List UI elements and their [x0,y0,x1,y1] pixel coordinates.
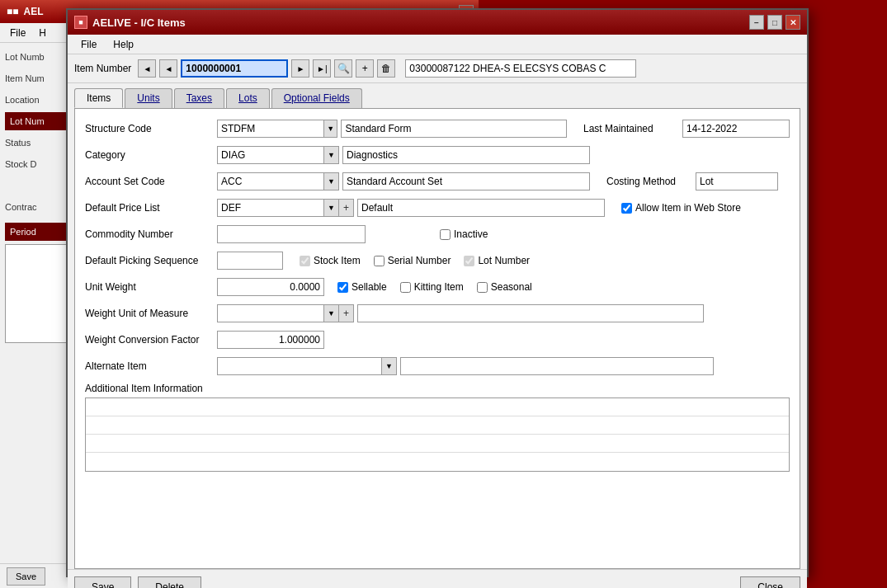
default-picking-sequence-label: Default Picking Sequence [85,255,217,266]
additional-item-info: Additional Item Information [85,383,790,472]
bg-location-label: Location [5,95,71,105]
last-maintained-label: Last Maintained [583,123,682,134]
add-button[interactable]: + [356,59,374,78]
nav-first-button[interactable]: ◄ [138,59,156,78]
commodity-number-row: Commodity Number Inactive [85,224,790,244]
dialog-menubar: File Help [68,35,807,54]
alternate-item-lookup[interactable]: ▼ [382,357,397,375]
main-dialog: ■ AELIVE - I/C Items − □ ✕ File Help Ite… [66,8,809,577]
price-list-lookup[interactable]: ▼ [324,199,339,217]
structure-code-input[interactable] [217,120,324,138]
tab-lots[interactable]: Lots [226,88,270,108]
save-button[interactable]: Save [74,576,131,588]
category-code-input[interactable] [217,146,324,164]
close-button[interactable]: Close [740,576,800,588]
lot-number-checkbox[interactable] [464,256,474,266]
last-maintained-input[interactable] [682,120,790,138]
commodity-number-label: Commodity Number [85,228,217,240]
price-list-desc[interactable] [357,199,605,217]
bg-stockd-label: Stock D [5,159,71,169]
nav-next-button[interactable]: ► [291,59,309,78]
dialog-footer: Save Delete Close [68,569,807,588]
dialog-content: Items Units Taxes Lots Optional Fields S… [68,83,807,588]
additional-line-1[interactable] [86,398,789,416]
price-list-add-button[interactable]: + [339,199,354,217]
tabs-bar: Items Units Taxes Lots Optional Fields [68,83,807,108]
search-button[interactable]: 🔍 [334,59,352,78]
weight-uom-add[interactable]: + [339,304,354,322]
category-lookup[interactable]: ▼ [324,146,339,164]
price-list-code-input[interactable] [217,199,324,217]
kitting-item-label: Kitting Item [414,281,464,293]
weight-conversion-input[interactable] [217,331,324,349]
titlebar-controls: − □ ✕ [749,15,800,30]
minimize-button[interactable]: − [749,15,764,30]
commodity-number-input[interactable] [217,225,366,243]
unit-weight-input[interactable] [217,278,324,296]
tab-taxes[interactable]: Taxes [174,88,224,108]
default-price-list-row: Default Price List ▼ + Allow Item in Web… [85,198,790,218]
form-area: Structure Code ▼ Last Maintained Categor… [74,108,800,569]
alternate-item-desc[interactable] [400,357,714,375]
inactive-checkbox[interactable] [440,229,451,240]
picking-sequence-input[interactable] [217,252,283,270]
tab-units[interactable]: Units [125,88,172,108]
sellable-checkbox[interactable] [337,282,348,293]
category-label: Category [85,149,217,161]
account-set-code-lookup[interactable]: ▼ [324,172,339,191]
bg-status-label: Status [5,138,71,148]
nav-last-button[interactable]: ►| [313,59,331,78]
alternate-item-code[interactable] [217,357,382,375]
footer-left: Save Delete [74,576,201,588]
bg-app-icon: ■■ [7,6,19,17]
seasonal-checkbox[interactable] [477,282,488,293]
titlebar-left: ■ AELIVE - I/C Items [74,16,186,29]
stock-item-checkbox[interactable] [300,256,310,266]
additional-lines-container [85,397,790,472]
serial-number-checkbox[interactable] [374,256,385,266]
dialog-title: AELIVE - I/C Items [92,16,186,29]
maximize-button[interactable]: □ [767,15,782,30]
lot-number-label: Lot Number [478,255,530,266]
weight-uom-row: Weight Unit of Measure ▼ + [85,303,790,323]
weight-uom-label: Weight Unit of Measure [85,308,217,319]
costing-method-label: Costing Method [606,176,689,187]
account-set-desc[interactable] [342,172,590,191]
weight-uom-desc[interactable] [357,304,704,322]
alternate-item-label: Alternate Item [85,360,217,372]
tab-items[interactable]: Items [74,88,123,108]
delete-button[interactable]: 🗑 [377,59,395,78]
category-desc[interactable] [342,146,590,164]
tab-optional-fields[interactable]: Optional Fields [271,88,362,108]
app-icon: ■ [74,16,87,29]
structure-code-label: Structure Code [85,123,217,134]
delete-button[interactable]: Delete [138,576,201,588]
structure-code-desc[interactable] [341,120,567,138]
structure-code-lookup[interactable]: ▼ [324,120,337,138]
additional-line-2[interactable] [86,416,789,435]
account-set-code-input[interactable] [217,172,324,191]
bg-save-button[interactable]: Save [7,567,45,586]
item-desc-input[interactable] [405,59,636,78]
nav-prev-button[interactable]: ◄ [159,59,177,78]
weight-conversion-label: Weight Conversion Factor [85,334,217,346]
item-number-input[interactable] [181,59,288,78]
menu-help[interactable]: Help [105,37,142,52]
additional-line-4[interactable] [86,453,789,471]
additional-line-3[interactable] [86,435,789,453]
allow-web-store-checkbox[interactable] [621,203,632,214]
additional-info-label: Additional Item Information [85,383,790,394]
close-title-button[interactable]: ✕ [786,15,800,30]
bg-menu-h[interactable]: H [32,26,53,40]
weight-uom-lookup[interactable]: ▼ [324,304,339,322]
default-price-list-label: Default Price List [85,202,217,214]
bg-menu-file[interactable]: File [3,26,32,40]
item-number-label: Item Number [74,63,131,74]
bg-contract-label: Contrac [5,202,71,212]
weight-uom-input[interactable] [217,304,324,322]
kitting-item-checkbox[interactable] [400,282,411,293]
account-set-code-row: Account Set Code ▼ Costing Method [85,172,790,191]
menu-file[interactable]: File [73,37,105,52]
unit-weight-label: Unit Weight [85,281,217,293]
costing-method-input[interactable] [696,172,778,191]
